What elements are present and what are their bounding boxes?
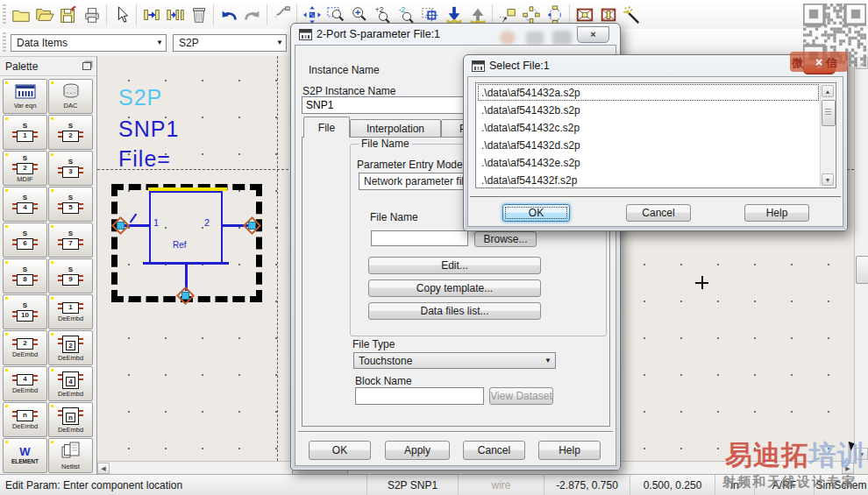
palette-float-icon[interactable] [82,62,91,70]
toolbar-separator [106,4,107,25]
glass-reflection [500,31,516,45]
scroll-down-icon[interactable]: ▼ [822,173,834,186]
ref-label: Ref [173,240,187,250]
file-listbox[interactable]: .\data\af541432a.s2p.\data\af541432b.s2p… [475,82,836,188]
component-file-label: File= [118,146,171,172]
tagline-watermark: 射频和天线设计专家 [722,474,857,491]
listbox-scrollbar[interactable]: ▲ ▼ [820,84,835,187]
file-item[interactable]: .\data\af541432a.s2p [478,84,819,101]
palette-button-debox2[interactable]: 2DeEmbd [48,330,93,365]
palette-button-debox4[interactable]: 4DeEmbd [48,366,93,401]
edit-button[interactable]: Edit... [368,257,541,274]
cancel-button[interactable]: Cancel [463,441,525,460]
status-mode: wire [458,475,544,495]
scroll-left-icon[interactable]: ◀ [97,463,110,474]
new-icon[interactable] [9,3,32,27]
palette-button-s3[interactable]: S3 [48,151,93,186]
palette-button-de2[interactable]: 2DeEmbd [3,330,47,365]
tab-file[interactable]: File [303,117,350,138]
view-dataset-button[interactable]: View Dataset [489,387,553,405]
chevron-down-icon: ▼ [276,35,283,51]
close-icon[interactable]: × [577,26,609,43]
component-category-combobox[interactable]: Data Items ▼ [11,34,167,52]
help-button[interactable]: Help [744,204,809,222]
listbox-scroll-thumb[interactable] [822,100,836,126]
data-files-list-button[interactable]: Data files list... [368,302,541,320]
instance-name-label: Instance Name [309,64,380,76]
select-file-dialog-title: Select File:1 [489,60,550,72]
help-button[interactable]: Help [538,441,601,460]
file-item[interactable]: .\data\af541432f.s2p [478,172,819,188]
palette-button-s7[interactable]: S7 [48,223,93,258]
palette-button-deboxn[interactable]: nDeEmbd [48,402,93,437]
chevron-down-icon: ▼ [544,357,551,364]
glass-reflection [526,32,544,45]
file-name-input[interactable] [371,230,468,246]
chevron-down-icon: ▼ [156,35,163,51]
tab-interpolation[interactable]: Interpolation [350,119,441,138]
ok-button[interactable]: OK [502,204,570,222]
insert-shunt-icon[interactable] [163,3,187,27]
palette-button-dac[interactable]: DAC [48,79,93,114]
dialog-icon [472,60,485,72]
toolbar2-grip[interactable] [3,32,6,53]
palette-button-de1[interactable]: 1DeEmbd [48,294,93,329]
s2p-component-symbol[interactable]: 1 2 Ref [111,184,262,302]
trash-icon[interactable] [187,3,210,27]
palette-button-vareqn[interactable]: Var eqn [3,79,47,114]
wand-icon[interactable] [620,3,644,27]
print-icon[interactable] [80,3,103,27]
apply-button[interactable]: Apply [385,441,450,460]
copy-template-button[interactable]: Copy template... [368,279,541,297]
file-item[interactable]: .\data\af541432d.s2p [478,137,819,153]
select-file-dialog-body: .\data\af541432a.s2p.\data\af541432b.s2p… [467,76,843,227]
pointer-icon[interactable] [110,3,133,27]
browse-button[interactable]: Browse... [474,231,537,247]
status-message: Edit Param: Enter component location [0,475,366,495]
palette-button-element[interactable]: WELEMENT [3,438,47,473]
component-category-value: Data Items [17,37,68,49]
file-item[interactable]: .\data\af541432e.s2p [478,154,819,171]
file-type-combobox[interactable]: Touchstone ▼ [353,352,556,369]
file-name-group-label: File Name [359,138,412,150]
pin2-node[interactable] [245,219,259,232]
open-icon[interactable] [32,3,56,27]
toolbar-separator [296,4,297,25]
palette-button-s5[interactable]: S5 [48,187,93,222]
ref-node[interactable] [179,289,192,302]
pin1-node[interactable] [114,219,127,232]
undo-icon[interactable] [217,3,240,27]
save-icon[interactable] [56,3,80,27]
glass-reflection [552,31,572,45]
component-name-combobox[interactable]: S2P ▼ [173,34,287,52]
scroll-up-icon[interactable]: ▲ [822,85,834,97]
parameter-entry-mode-label: Parameter Entry Mode [357,159,463,171]
palette-button-den[interactable]: nDeEmbd [3,402,47,437]
palette-button-s6[interactable]: S6 [3,223,47,258]
insert-series-icon[interactable] [139,3,163,27]
palette-button-netlist[interactable]: Netlist [48,438,93,473]
file-item[interactable]: .\data\af541432c.s2p [478,119,819,136]
palette-button-s8[interactable]: S8 [3,258,47,293]
toolbar-grip[interactable] [3,4,6,25]
palette-grid: Var eqnDACS1S2S2MDIFS3S4S5S6S7S8S9S101De… [3,79,93,473]
ok-button[interactable]: OK [309,441,371,460]
palette-button-s4[interactable]: S4 [3,187,47,222]
block-name-input[interactable] [355,387,484,405]
palette-button-smdif2[interactable]: S2MDIF [3,151,47,186]
cancel-button[interactable]: Cancel [626,204,691,222]
palette-button-s1[interactable]: S1 [3,115,47,150]
wire-tool-icon[interactable] [270,3,294,27]
file-item[interactable]: .\data\af541432b.s2p [478,102,819,118]
palette-button-s9[interactable]: S9 [48,258,93,293]
palette-button-s10[interactable]: S10 [3,294,47,329]
redo-icon[interactable] [240,3,264,27]
vertical-scrollbar[interactable]: ▲ ▼ [854,56,868,461]
palette-button-s2[interactable]: S2 [48,115,93,150]
ads-schematic-window: +2-2 Data Items ▼ S2P ▼ Palette Var eqnD… [0,0,868,495]
palette-button-de4[interactable]: 4DeEmbd [3,366,47,401]
vertical-scroll-thumb[interactable] [856,256,868,284]
netlist-icon [60,441,82,463]
toolbar-separator [569,4,570,25]
toolbar-separator [492,4,493,25]
